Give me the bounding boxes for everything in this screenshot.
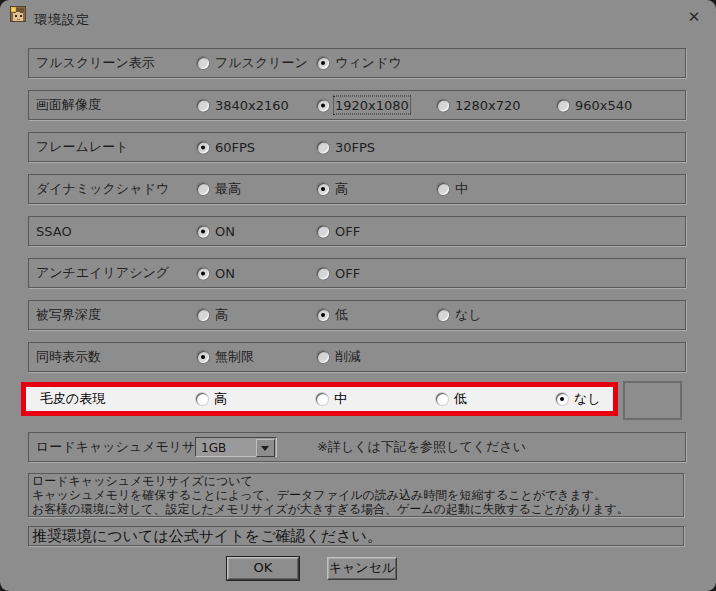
radio-label: ON [215, 224, 235, 239]
row-fragment-box [623, 381, 682, 420]
radio-icon[interactable] [437, 99, 449, 111]
radio-option[interactable]: 無制限 [197, 348, 254, 366]
radio-icon[interactable] [317, 225, 329, 237]
radio-icon[interactable] [197, 183, 209, 195]
radio-option[interactable]: 960x540 [557, 98, 632, 113]
radio-label: 低 [454, 390, 467, 408]
radio-label: なし [455, 306, 482, 324]
radio-option[interactable]: 低 [436, 390, 467, 408]
radio-icon[interactable] [197, 351, 209, 363]
radio-label: フルスクリーン [215, 54, 308, 72]
radio-option[interactable]: なし [437, 306, 482, 324]
radio-option[interactable]: 60FPS [197, 140, 255, 155]
radio-icon[interactable] [317, 183, 329, 195]
radio-option[interactable]: 削減 [317, 348, 361, 366]
radio-label: 60FPS [215, 140, 255, 155]
radio-option[interactable]: 3840x2160 [197, 98, 289, 113]
dialog-buttons: OK キャンセル [0, 557, 670, 580]
radio-label: OFF [335, 224, 360, 239]
radio-option[interactable]: 低 [317, 306, 348, 324]
ok-button[interactable]: OK [227, 557, 299, 580]
radio-label: 高 [335, 180, 348, 198]
radio-option[interactable]: 30FPS [317, 140, 375, 155]
radio-label: ON [215, 266, 235, 281]
row-label: SSAO [36, 224, 72, 239]
radio-icon[interactable] [197, 57, 209, 69]
radio-icon[interactable] [196, 393, 208, 405]
row-label: 被写界深度 [36, 306, 101, 324]
radio-icon[interactable] [197, 225, 209, 237]
radio-label: 30FPS [335, 140, 375, 155]
radio-label: 最高 [215, 180, 241, 198]
radio-icon[interactable] [316, 393, 328, 405]
titlebar: 環境設定 ✕ [0, 0, 716, 40]
radio-icon[interactable] [437, 183, 449, 195]
radio-icon[interactable] [197, 267, 209, 279]
radio-option[interactable]: 中 [316, 390, 347, 408]
radio-label: 中 [334, 390, 347, 408]
settings-row: 画面解像度 3840x21601920x10801280x720960x540 [28, 90, 686, 120]
radio-option[interactable]: OFF [317, 266, 360, 281]
radio-option[interactable]: ON [197, 224, 235, 239]
radio-label: 無制限 [215, 348, 254, 366]
row-label: フレームレート [36, 138, 129, 156]
radio-option[interactable]: なし [556, 390, 601, 408]
radio-icon[interactable] [436, 393, 448, 405]
row-label: ダイナミックシャドウ [36, 180, 169, 198]
radio-icon[interactable] [317, 99, 329, 111]
info-line: キャッシュメモリを確保することによって、データファイルの読み込み時間を短縮するこ… [32, 488, 680, 502]
radio-option[interactable]: 1280x720 [437, 98, 521, 113]
settings-row: フレームレート 60FPS30FPS [28, 132, 686, 162]
dropdown-arrow-button[interactable] [256, 439, 275, 457]
radio-icon[interactable] [317, 141, 329, 153]
settings-row: ダイナミックシャドウ 最高高中 [28, 174, 686, 204]
close-icon[interactable]: ✕ [684, 7, 704, 27]
radio-label: 高 [215, 306, 228, 324]
recommended-env-notice: 推奨環境については公式サイトをご確認ください。 [28, 526, 684, 546]
radio-label: なし [574, 390, 601, 408]
row-label: 同時表示数 [36, 348, 101, 366]
radio-label: 高 [214, 390, 227, 408]
row-label: フルスクリーン表示 [36, 54, 155, 72]
radio-option[interactable]: OFF [317, 224, 360, 239]
settings-dialog: 環境設定 ✕ フルスクリーン表示 フルスクリーンウィンドウ 画面解像度 3840… [0, 0, 716, 591]
radio-icon[interactable] [437, 309, 449, 321]
radio-label: 1920x1080 [335, 98, 409, 113]
radio-icon[interactable] [197, 99, 209, 111]
cache-size-select[interactable]: 1GB [195, 437, 277, 457]
settings-row: フルスクリーン表示 フルスクリーンウィンドウ [28, 48, 686, 78]
radio-option[interactable]: 1920x1080 [317, 98, 409, 113]
cache-size-row: ロードキャッシュメモリサイズ 1GB ※詳しくは下記を参照してください [28, 432, 686, 462]
cancel-button[interactable]: キャンセル [327, 557, 397, 580]
radio-label: 削減 [335, 348, 361, 366]
radio-option[interactable]: フルスクリーン [197, 54, 308, 72]
radio-option[interactable]: 最高 [197, 180, 241, 198]
radio-icon[interactable] [317, 351, 329, 363]
radio-icon[interactable] [197, 309, 209, 321]
radio-option[interactable]: 高 [196, 390, 227, 408]
radio-icon[interactable] [557, 99, 569, 111]
radio-option[interactable]: 高 [197, 306, 228, 324]
radio-icon[interactable] [556, 393, 568, 405]
radio-icon[interactable] [317, 309, 329, 321]
radio-option[interactable]: 中 [437, 180, 468, 198]
radio-label: 960x540 [575, 98, 632, 113]
radio-icon[interactable] [317, 57, 329, 69]
info-line: ロードキャッシュメモリサイズについて [32, 474, 680, 488]
radio-label: 1280x720 [455, 98, 521, 113]
radio-label: 低 [335, 306, 348, 324]
radio-icon[interactable] [197, 141, 209, 153]
radio-label: ウィンドウ [335, 54, 402, 72]
cache-size-value: 1GB [201, 441, 226, 455]
radio-option[interactable]: ウィンドウ [317, 54, 402, 72]
settings-row: 被写界深度 高低なし [28, 300, 686, 330]
radio-option[interactable]: 高 [317, 180, 348, 198]
app-avatar-icon [10, 6, 26, 22]
row-label: 画面解像度 [36, 96, 101, 114]
settings-row: 同時表示数 無制限削減 [28, 342, 686, 372]
radio-icon[interactable] [317, 267, 329, 279]
radio-label: OFF [335, 266, 360, 281]
radio-option[interactable]: ON [197, 266, 235, 281]
settings-row: アンチエイリアシング ONOFF [28, 258, 686, 288]
window-title: 環境設定 [34, 11, 90, 29]
